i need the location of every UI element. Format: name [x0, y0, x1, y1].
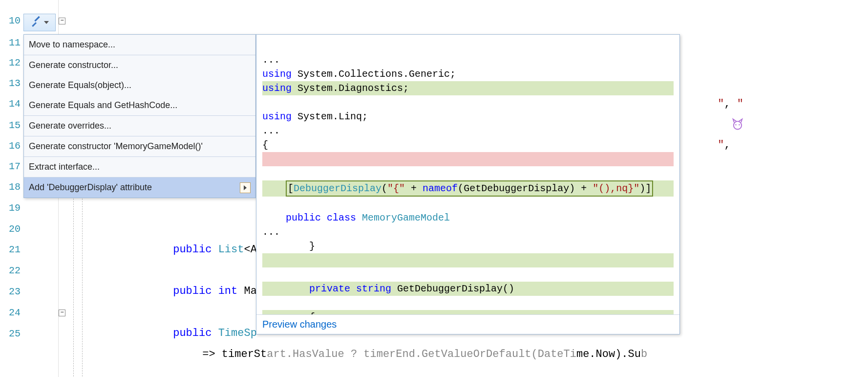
- code-text: <A: [244, 244, 256, 256]
- code-text: me: [576, 348, 589, 360]
- menu-item-label: Generate Equals and GetHashCode...: [29, 100, 177, 110]
- preview-line-added: {: [262, 310, 674, 314]
- menu-item-add-debuggerdisplay[interactable]: Add 'DebuggerDisplay' attribute: [24, 177, 255, 198]
- preview-line: using System.Linq;: [262, 111, 368, 122]
- code-text: =>: [202, 348, 222, 360]
- line-number: 10: [0, 11, 24, 31]
- preview-line-added: using System.Diagnostics;: [262, 81, 674, 95]
- submenu-arrow-icon: [240, 182, 251, 193]
- line-number: 24: [0, 303, 24, 323]
- line-number: 12: [0, 53, 24, 73]
- line-number: 15: [0, 115, 24, 136]
- keyword: public: [173, 285, 212, 297]
- code-text: timerSt: [222, 348, 267, 360]
- preview-line: ...: [262, 125, 280, 136]
- quick-actions-button[interactable]: [23, 14, 56, 31]
- line-number: 23: [0, 282, 24, 302]
- menu-item-label: Generate Equals(object)...: [29, 80, 131, 90]
- menu-item-generate-constructor[interactable]: Generate constructor...: [24, 55, 255, 75]
- type-name: List: [218, 244, 244, 256]
- preview-footer: Preview changes: [256, 314, 679, 334]
- svg-point-1: [733, 121, 741, 129]
- preview-line-added: [262, 253, 674, 267]
- menu-item-generate-equals[interactable]: Generate Equals(object)...: [24, 75, 255, 95]
- menu-item-move-namespace[interactable]: Move to namespace...: [24, 35, 255, 55]
- menu-item-label: Generate constructor 'MemoryGameModel()': [29, 141, 203, 151]
- chevron-down-icon: [44, 21, 49, 24]
- refactor-preview-panel: ... using System.Collections.Generic; us…: [256, 34, 680, 334]
- preview-line-added: [DebuggerDisplay("{" + nameof(GetDebugge…: [262, 180, 674, 197]
- preview-line: using System.Collections.Generic;: [262, 68, 456, 80]
- code-text: .Now).Su: [589, 348, 641, 360]
- menu-item-generate-overrides[interactable]: Generate overrides...: [24, 116, 255, 136]
- svg-point-2: [735, 124, 736, 125]
- preview-changes-link[interactable]: Preview changes: [262, 319, 337, 330]
- menu-item-generate-equals-hash[interactable]: Generate Equals and GetHashCode...: [24, 95, 255, 116]
- cat-emoji-icon: [679, 118, 744, 151]
- menu-item-label: Generate overrides...: [29, 121, 111, 131]
- line-number: 17: [0, 156, 24, 177]
- menu-item-extract-interface[interactable]: Extract interface...: [24, 157, 255, 177]
- menu-item-label: Extract interface...: [29, 162, 100, 172]
- line-number: 21: [0, 240, 24, 260]
- preview-line-removed: [262, 152, 674, 166]
- line-number: 22: [0, 261, 24, 281]
- line-number: 18: [0, 177, 24, 198]
- quick-actions-menu: Move to namespace... Generate constructo…: [23, 34, 256, 198]
- line-number: 25: [0, 324, 24, 344]
- string-literal: ": [718, 139, 724, 151]
- preview-line: public class MemoryGameModel: [262, 212, 450, 223]
- keyword: public: [173, 244, 212, 256]
- preview-line: ...: [262, 226, 280, 238]
- string-literal: ": [718, 98, 724, 110]
- preview-line: ...: [262, 54, 280, 66]
- line-number: 11: [0, 33, 24, 53]
- line-number: 14: [0, 94, 24, 114]
- keyword: int: [218, 285, 238, 297]
- line-number: 13: [0, 73, 24, 94]
- menu-item-generate-constructor-specific[interactable]: Generate constructor 'MemoryGameModel()': [24, 136, 255, 157]
- preview-line: }: [262, 241, 315, 252]
- menu-item-label: Move to namespace...: [29, 40, 115, 49]
- menu-item-label: Add 'DebuggerDisplay' attribute: [29, 182, 152, 192]
- menu-item-label: Generate constructor...: [29, 60, 118, 70]
- string-literal: ": [737, 98, 743, 110]
- svg-point-3: [739, 124, 740, 125]
- screwdriver-icon: [30, 15, 43, 30]
- preview-line: {: [262, 139, 268, 151]
- svg-rect-0: [34, 16, 40, 22]
- line-number: 19: [0, 198, 24, 219]
- line-number: 16: [0, 136, 24, 156]
- preview-diff: ... using System.Collections.Generic; us…: [256, 35, 679, 314]
- line-number: 20: [0, 219, 24, 240]
- preview-line-added: private string GetDebuggerDisplay(): [262, 282, 674, 296]
